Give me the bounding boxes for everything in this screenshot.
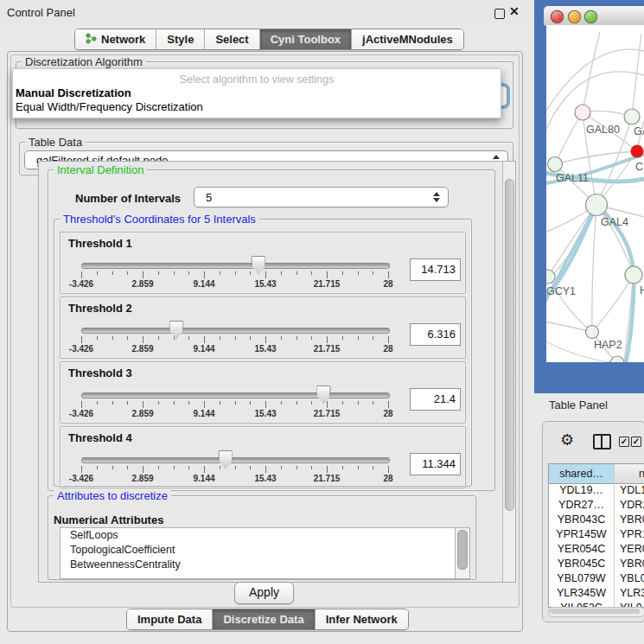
numerical-attributes-list[interactable]: SelfLoopsTopologicalCoefficientBetweenne…	[60, 527, 456, 579]
attributes-list-scrollbar[interactable]	[455, 527, 470, 579]
table-row[interactable]: YBL079WYBL0	[549, 571, 644, 586]
node-table-header: shared… n	[549, 464, 644, 484]
tick-mark	[311, 466, 312, 469]
slider-track[interactable]	[81, 263, 390, 269]
table-horizontal-scrollbar[interactable]	[548, 607, 644, 617]
table-horizontal-scrollbar-thumb[interactable]	[550, 609, 640, 614]
threshold-value-field[interactable]: 6.316	[410, 323, 461, 346]
network-window-titlebar[interactable]	[544, 6, 644, 26]
attribute-list-item[interactable]: BetweennessCentrality	[61, 558, 456, 572]
tick-mark	[143, 401, 143, 408]
tab-discretize-data[interactable]: Discretize Data	[213, 609, 315, 629]
tick-mark	[235, 466, 236, 469]
network-node-hap2[interactable]	[586, 326, 599, 339]
minimize-traffic-light-icon[interactable]	[568, 10, 581, 23]
tick-mark	[250, 466, 251, 469]
tab-label: Style	[167, 33, 194, 46]
table-row[interactable]: YBR043CYBR0	[549, 513, 644, 527]
network-node-gal4[interactable]	[586, 194, 608, 216]
tick-mark	[388, 271, 389, 278]
thresholds-group: Threshold's Coordinates for 5 Intervals …	[54, 219, 472, 487]
threshold-value-field[interactable]: 21.4	[410, 388, 461, 411]
number-of-intervals-combobox[interactable]: 5	[194, 187, 449, 207]
tab-select[interactable]: Select	[205, 29, 259, 49]
network-node-c[interactable]	[631, 145, 643, 157]
network-node-gal11[interactable]	[548, 157, 563, 172]
apply-button[interactable]: Apply	[234, 582, 294, 604]
attribute-list-item[interactable]: SelfLoops	[61, 528, 456, 543]
attributes-list-scrollbar-thumb[interactable]	[457, 530, 468, 570]
close-icon[interactable]: ✕	[509, 4, 520, 18]
column-header-shared-name[interactable]: shared…	[549, 464, 615, 483]
slider-track[interactable]	[81, 457, 390, 463]
tick-label: 21.715	[314, 279, 341, 289]
tick-mark	[174, 401, 175, 405]
table-cell-name: YDR2	[615, 498, 644, 513]
tab-style[interactable]: Style	[156, 29, 205, 49]
algorithm-dropdown-popup: Select algorithm to view settings Manual…	[12, 68, 501, 118]
tab-infer-network[interactable]: Infer Network	[316, 609, 408, 629]
table-row[interactable]: YLR345WYLR3	[549, 586, 644, 601]
table-row[interactable]: YBR045CYBR0	[549, 557, 644, 571]
float-window-icon[interactable]	[494, 9, 505, 19]
tick-mark	[112, 271, 113, 275]
tick-label: -3.426	[69, 344, 93, 354]
algorithm-option[interactable]: Manual Discretization	[16, 86, 131, 99]
node-table: shared… n YDL19…YDL1YDR27…YDR2YBR043CYBR…	[548, 463, 644, 608]
network-node-gal80[interactable]	[575, 105, 590, 120]
tick-mark	[220, 336, 220, 340]
tick-mark	[81, 401, 82, 408]
tick-mark	[342, 336, 343, 340]
tab-label: jActiveMNodules	[362, 33, 453, 46]
tick-mark	[158, 271, 159, 275]
checkbox-checked-icon[interactable]: ✓	[619, 437, 629, 447]
threshold-value-field[interactable]: 14.713	[410, 258, 461, 281]
network-window: GAL80GACGAL11GAL4GCY1HHAP2	[534, 0, 644, 393]
network-node-gcy1[interactable]	[546, 270, 555, 284]
slider-track[interactable]	[81, 328, 390, 334]
tab-jactivemnodules[interactable]: jActiveMNodules	[352, 29, 463, 49]
tick-mark	[296, 271, 297, 275]
table-cell-name: YDL1	[615, 483, 644, 498]
threshold-label: Threshold 4	[68, 431, 132, 444]
tab-impute-data[interactable]: Impute Data	[127, 609, 213, 629]
table-row[interactable]: YDL19…YDL1	[549, 483, 644, 498]
attribute-list-item[interactable]: TopologicalCoefficient	[61, 543, 456, 558]
threshold-value-field[interactable]: 11.344	[410, 453, 461, 475]
table-row[interactable]: YPR145WYPR1	[549, 527, 644, 542]
tick-label: 15.43	[254, 344, 276, 354]
table-row[interactable]: YER054CYER0	[549, 542, 644, 557]
tick-mark	[296, 466, 297, 469]
network-icon	[86, 33, 97, 47]
split-columns-icon[interactable]	[593, 434, 611, 450]
threshold-label: Threshold 3	[68, 367, 132, 379]
network-node-h[interactable]	[625, 266, 642, 284]
algorithm-option[interactable]: Equal Width/Frequency Discretization	[16, 100, 203, 113]
tick-mark	[373, 271, 373, 275]
network-canvas[interactable]: GAL80GACGAL11GAL4GCY1HHAP2	[546, 25, 644, 362]
tab-network[interactable]: Network	[75, 29, 156, 49]
tick-mark	[265, 336, 266, 343]
close-traffic-light-icon[interactable]	[551, 10, 564, 23]
settings-scrollbar-thumb[interactable]	[505, 179, 514, 511]
checkbox-checked-icon[interactable]: ✓	[631, 437, 641, 447]
slider-tick-labels: -3.4262.8599.14415.4321.71528	[81, 279, 388, 290]
network-node-label: GA	[634, 125, 644, 137]
table-row[interactable]: YDR27…YDR2	[549, 498, 644, 513]
zoom-traffic-light-icon[interactable]	[584, 10, 597, 23]
gear-icon[interactable]: ⚙	[560, 430, 574, 450]
combo-arrows-icon	[430, 192, 443, 202]
table-panel-card: ⚙ ✓ ✓ shared… n YDL19…YDL1YDR27…YDR2YBR0…	[542, 421, 644, 622]
column-header-name[interactable]: n	[615, 464, 644, 483]
network-node-ga[interactable]	[624, 109, 640, 124]
tab-cyni-toolbox[interactable]: Cyni Toolbox	[260, 29, 352, 49]
slider-track[interactable]	[81, 392, 390, 399]
settings-scrollbar[interactable]	[502, 162, 515, 582]
tick-mark	[143, 466, 143, 473]
tick-label: 2.859	[131, 474, 153, 483]
tick-mark	[235, 401, 236, 405]
tick-mark	[220, 466, 220, 469]
tick-mark	[97, 271, 98, 275]
tick-mark	[373, 336, 373, 340]
tick-label: 9.144	[193, 409, 214, 418]
